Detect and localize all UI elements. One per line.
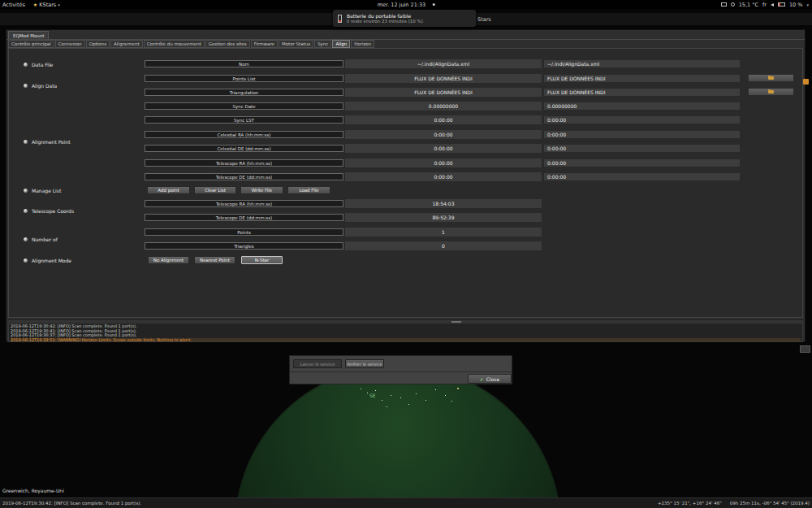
start-service-button[interactable]: Lancer le service [293,359,342,368]
field-name: Telescope RA (hh:mm:ss) [145,159,343,167]
app-name: KStars [39,2,56,8]
tab-firmware[interactable]: Firmware [251,40,278,48]
horizon-ground [235,366,560,508]
write-file-button[interactable]: Write File [240,186,283,194]
clock-button[interactable]: mer. 12 juin 21:33 [378,2,435,8]
desktop: Stars SE Lancer le service Arrêter le se… [0,0,812,508]
field-set-input[interactable]: 0:00:00 [543,115,741,124]
tab-controle-principal[interactable]: Contrôle principal [8,40,54,48]
field-set-input[interactable]: 0:00:00 [543,172,741,181]
volume-icon [771,3,774,7]
tab-motor-status[interactable]: Motor Status [279,40,313,48]
top-bar: Activités ★ KStars ▾ mer. 12 juin 21:33 … [0,0,812,9]
property-row: Sync Date 0.00000000 0.00000000 [6,102,806,111]
star-dot [375,390,376,391]
star-dot [445,395,446,396]
star-dot [391,395,391,396]
system-tray[interactable]: 15,1 °C fr 10 % ▾ [721,0,809,9]
nearest-point-button[interactable]: Nearest Point [194,256,235,264]
field-name: Sync LST [145,116,343,124]
log-splitter[interactable] [8,319,803,322]
field-name: Triangles [145,242,343,250]
clear-list-button[interactable]: Clear List [194,186,236,194]
check-icon: ✔ [480,376,484,382]
field-set-input[interactable]: 0:00:00 [543,144,741,153]
tab-align[interactable]: Align [332,40,350,48]
field-name: Nom [145,60,343,67]
star-dot [451,401,452,402]
titlebar-text-partial: Stars [477,16,491,23]
chevron-down-icon: ▾ [58,2,60,7]
property-row: Sync LST 0:00:00 0:00:00 [6,115,806,124]
tab-controle-du-mouvement[interactable]: Contrôle du mouvement [144,40,205,48]
add-point-button[interactable]: Add point [147,186,190,194]
property-row: Points 1 [6,228,806,237]
tab-alignement[interactable]: Alignement [110,40,143,48]
log-line-warning: 2019-06-12T19:29:51: [WARNING] Horizon L… [11,338,801,343]
load-file-button[interactable]: Load File [287,186,330,194]
kstars-icon: ★ [33,2,37,7]
property-row: Celestial DE (dd:mm:ss) 0:00:00 0:00:00 [6,144,806,153]
status-bar: 2019-06-12T19:30:42: [INFO] Scan complet… [0,497,812,508]
field-set-input[interactable]: 0.00000000 [543,102,741,111]
property-row: Triangulation FLUX DE DONNÉES INDI FLUX … [6,88,806,97]
browse-button[interactable] [748,74,794,82]
field-current-value: FLUX DE DONNÉES INDI [345,88,542,97]
field-set-input[interactable]: FLUX DE DONNÉES INDI [543,88,741,97]
activities-button[interactable]: Activités [2,2,25,8]
app-indicator[interactable]: ★ KStars ▾ [33,2,60,8]
star-dot [416,393,417,394]
property-row: Telescope DE (dd:mm:ss) 0:00:00 0:00:00 [6,172,806,181]
battery-low-icon [338,15,342,23]
status-equatorial-coords: 09h 25m 11s, -06° 54' 45" (2019.4) [730,501,810,506]
battery-low-level [339,20,341,22]
field-set-input[interactable]: FLUX DE DONNÉES INDI [543,74,741,83]
log-panel[interactable]: 2019-06-12T19:30:42: [INFO] Scan complet… [8,323,803,342]
battery-percent-label: 10 % [789,2,803,8]
battery-notification[interactable]: Batterie du portable faible Il reste env… [333,10,476,27]
tab-horizon[interactable]: Horizon [351,40,374,48]
field-name: Celestial RA (hh:mm:ss) [145,131,343,138]
field-current-value: 0 [345,241,542,250]
star-dot [367,393,368,393]
property-row: Telescope RA (hh:mm:ss) 0:00:00 0:00:00 [6,158,806,167]
folder-icon [768,90,774,93]
weather-icon [731,2,735,7]
blob-icon[interactable] [803,79,809,85]
n-star-button[interactable]: N-Star [241,256,283,264]
field-set-input[interactable]: ~/.indi/AlignData.xml [543,59,741,68]
star-dot [400,397,401,398]
manage-list-row: Add point Clear List Write File Load Fil… [6,186,806,195]
stop-service-button[interactable]: Arrêter le service [345,359,384,368]
field-current-value: 0.00000000 [345,102,542,111]
close-button[interactable]: ✔ Close [468,374,512,384]
location-label: Greenwich, Royaume-Uni [2,488,64,493]
property-row: Telescope RA (hh:mm:ss) 18:54:03 [6,199,806,208]
field-set-input[interactable]: 0:00:00 [543,158,741,167]
battery-level [779,3,780,6]
notification-dot [432,3,434,6]
clock-label: mer. 12 juin 21:33 [378,2,426,8]
tab-sync[interactable]: Sync [314,40,331,48]
property-row: Celestial RA (hh:mm:ss) 0:00:00 0:00:00 [6,130,806,139]
notification-body: Il reste environ 23 minutes (10 %) [347,19,423,24]
tab-connexion[interactable]: Connexion [55,40,85,48]
field-current-value: 0:00:00 [345,144,542,153]
field-name: Points List [145,75,343,82]
property-row: Telescope DE (dd:mm:ss) 89:52:39 [6,213,806,222]
field-set-input[interactable]: 0:00:00 [543,130,741,139]
tab-gestion-des-sites[interactable]: Gestion des sites [205,40,250,48]
field-name: Celestial DE (dd:mm:ss) [145,145,343,152]
property-row: Nom ~/.indi/AlignData.xml ~/.indi/AlignD… [6,59,806,68]
battery-icon [778,2,785,7]
notification-title: Batterie du portable faible [347,13,423,19]
compass-label-se: SE [369,393,376,398]
indi-control-panel-window: EQMod Mount Contrôle principal Connexion… [6,29,806,342]
browse-button[interactable] [748,88,794,96]
screen-share-icon [721,2,727,7]
tab-options[interactable]: Options [86,40,110,48]
group-tab-bar: Contrôle principal Connexion Options Ali… [8,40,374,48]
keyboard-layout-label: fr [762,2,767,8]
panel-handle[interactable] [800,345,810,353]
no-alignment-button[interactable]: No Alignment [148,256,189,264]
